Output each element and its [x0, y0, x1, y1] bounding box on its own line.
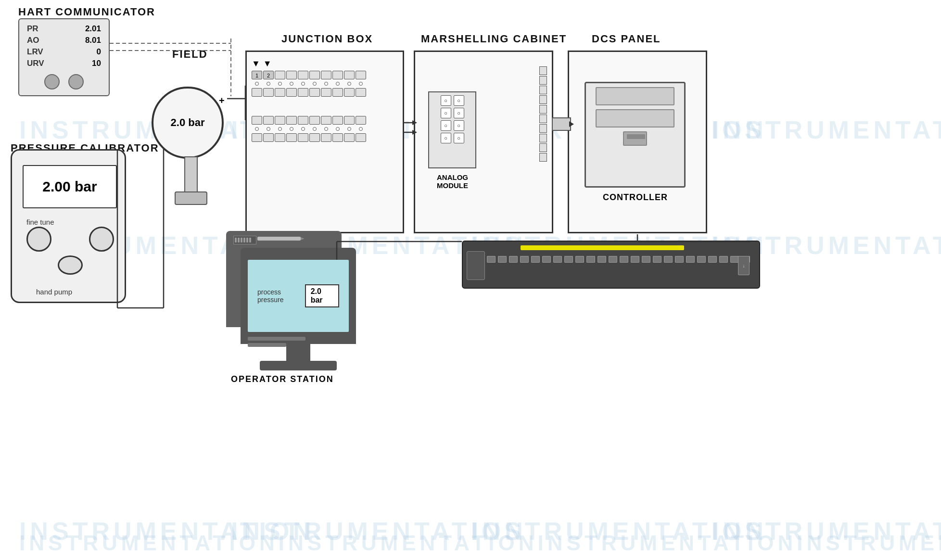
- am-cell-1: ○: [441, 95, 451, 106]
- dot-wrap-8: [332, 81, 343, 87]
- hart-button-left[interactable]: [44, 74, 60, 89]
- mc-strip-9: [539, 143, 547, 152]
- am-cell-6: ○: [454, 120, 464, 131]
- tb-c1: [252, 116, 262, 125]
- monitor-line-2: [248, 343, 286, 347]
- hand-pump-label: hand pump: [36, 288, 72, 296]
- monitor-back-port: [233, 236, 256, 244]
- jb-bottom-dot-row: [252, 126, 398, 132]
- sw-port-14: [631, 256, 639, 263]
- sw-port-7: [553, 256, 562, 263]
- hart-communicator-box: PR 2.01 AO 8.01 LRV 0 URV 10: [18, 18, 110, 96]
- sw-port-2: [498, 256, 507, 263]
- tb-7: [321, 71, 331, 79]
- calibrator-value: 2.00 bar: [42, 178, 97, 195]
- tb-c10: [356, 116, 366, 125]
- jb-arrow-2: ▼: [263, 59, 272, 69]
- jb-bottom-strip: [252, 116, 398, 142]
- dot-3: [278, 82, 282, 86]
- dot-wrap-9: [344, 81, 355, 87]
- am-cell-8: ○: [454, 133, 464, 143]
- process-pressure-display: process pressure 2.0 bar: [253, 277, 344, 315]
- dot-4: [290, 82, 293, 86]
- hart-label-ao: AO: [24, 35, 65, 46]
- operator-station: process pressure 2.0 bar OPERATOR STATIO…: [212, 221, 346, 375]
- sw-uplink-icon: ↓: [743, 263, 745, 268]
- tb-d4: [286, 133, 297, 142]
- fine-tune-knob[interactable]: [26, 227, 51, 252]
- mc-strip-4: [539, 95, 547, 104]
- jb-terminal-top: ▼ ▼ 1 2: [247, 52, 403, 97]
- sw-port-10: [586, 256, 595, 263]
- mc-right-strips: [539, 66, 547, 162]
- sw-port-21: [708, 256, 717, 263]
- tb-10: [356, 71, 366, 79]
- gauge-stem: [184, 156, 198, 195]
- am-cell-7: ○: [441, 133, 451, 143]
- dot-wrap-6: [309, 81, 320, 87]
- mc-strip-5: [539, 105, 547, 114]
- dot-wrap-3: [275, 81, 285, 87]
- pin-2: [238, 238, 240, 242]
- mc-strip-8: [539, 134, 547, 142]
- ctrl-port: [623, 131, 647, 146]
- pin-6: [249, 238, 251, 242]
- controller-device: [585, 82, 686, 188]
- sw-uplink-port: ↓: [738, 256, 750, 275]
- tb-c9: [344, 116, 355, 125]
- dot-c-wrap-8: [332, 126, 343, 132]
- tb-c8: [332, 116, 343, 125]
- sw-port-18: [675, 256, 684, 263]
- sw-port-19: [686, 256, 695, 263]
- hart-label-pr: PR: [24, 23, 65, 35]
- dot-c-wrap-7: [321, 126, 331, 132]
- dot-wrap-10: [356, 81, 366, 87]
- sw-port-15: [642, 256, 650, 263]
- monitor-line-1: [248, 337, 305, 341]
- mc-strip-6: [539, 115, 547, 123]
- jb-arrow-1: ▼: [252, 59, 260, 69]
- dot-c-10: [359, 127, 363, 131]
- tb-b4: [286, 88, 297, 97]
- dot-c-1: [255, 127, 259, 131]
- tb-b2: [263, 88, 274, 97]
- sw-port-11: [598, 256, 606, 263]
- dot-wrap-7: [321, 81, 331, 87]
- dot-c-wrap-4: [286, 126, 297, 132]
- sw-port-5: [531, 256, 540, 263]
- hart-button-right[interactable]: [68, 74, 84, 89]
- process-pressure-label: process pressure: [257, 288, 305, 304]
- pin-5: [246, 238, 248, 242]
- jb-strip-row-2: [252, 88, 398, 97]
- dot-10: [359, 82, 363, 86]
- tb-b8: [332, 88, 343, 97]
- field-plus-sign: +: [219, 95, 225, 106]
- tb-b3: [275, 88, 285, 97]
- dot-c-2: [267, 127, 270, 131]
- jb-top-strip: 1 2: [252, 71, 398, 97]
- mc-strip-2: [539, 76, 547, 85]
- dot-c-wrap-3: [275, 126, 285, 132]
- tb-d10: [356, 133, 366, 142]
- ctrl-slot-2: [596, 109, 674, 127]
- tb-b10: [356, 88, 366, 97]
- mc-strip-1: [539, 66, 547, 75]
- port-pins: [235, 238, 251, 242]
- sw-port-9: [575, 256, 584, 263]
- mc-strip-7: [539, 124, 547, 133]
- fine-tune-label: fine tune: [26, 218, 54, 226]
- junction-box: ▼ ▼ 1 2: [245, 51, 404, 233]
- am-row-4: ○ ○: [441, 133, 464, 143]
- am-cell-3: ○: [441, 108, 451, 118]
- second-knob[interactable]: [89, 227, 114, 252]
- dot-c-wrap-6: [309, 126, 320, 132]
- mc-strip-10: [539, 153, 547, 162]
- hart-communicator-label: HART COMMUNICATOR: [18, 6, 155, 18]
- sw-port-3: [509, 256, 518, 263]
- tb-d6: [309, 133, 320, 142]
- gauge-base: [175, 191, 207, 205]
- watermark-mid5: INSTRUMENTATION: [712, 115, 941, 144]
- tb-d1: [252, 133, 262, 142]
- monitor-screen: process pressure 2.0 bar: [248, 260, 349, 332]
- dot-c-6: [313, 127, 317, 131]
